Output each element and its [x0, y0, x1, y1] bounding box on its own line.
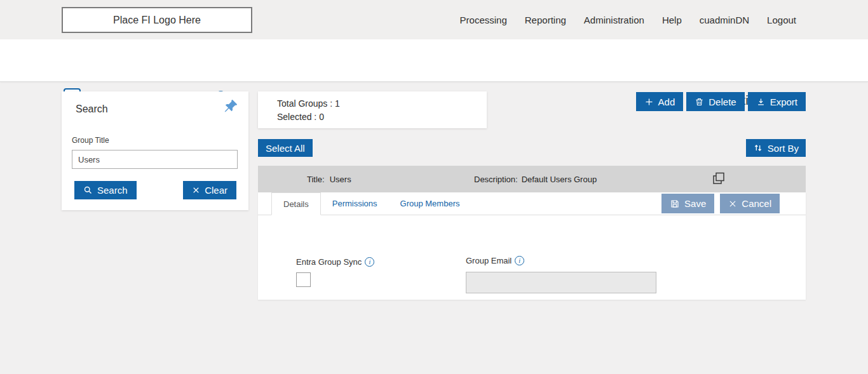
search-actions: Search Clear — [62, 181, 248, 199]
pushpin-icon[interactable] — [223, 99, 238, 114]
group-description-field-label: Description: — [474, 175, 518, 184]
export-button[interactable]: Export — [748, 92, 806, 111]
details-tab-content: Entra Group Sync i Group Email i — [258, 215, 806, 299]
group-list-row[interactable]: Title:Users Description:Default Users Gr… — [258, 166, 806, 192]
group-row-title: Title:Users — [307, 175, 351, 184]
nav-logout[interactable]: Logout — [767, 15, 796, 25]
group-title-field-label: Title: — [307, 175, 325, 184]
search-panel-title: Search — [76, 104, 108, 115]
copy-icon[interactable] — [710, 171, 727, 187]
fi-logo-placeholder: Place FI Logo Here — [62, 7, 252, 33]
delete-button-label: Delete — [709, 97, 736, 107]
search-button-label: Search — [97, 185, 128, 196]
tab-details[interactable]: Details — [271, 192, 321, 215]
plus-icon — [644, 97, 654, 107]
tab-permissions[interactable]: Permissions — [321, 192, 389, 215]
export-button-label: Export — [770, 97, 797, 107]
x-icon — [728, 199, 737, 208]
group-title-label: Group Title — [72, 136, 109, 145]
group-detail-panel: Details Permissions Group Members Save — [258, 192, 806, 300]
sort-by-button[interactable]: Sort By — [746, 139, 806, 157]
search-button[interactable]: Search — [74, 181, 137, 199]
select-all-button[interactable]: Select All — [258, 139, 313, 157]
select-all-label: Select All — [266, 143, 305, 154]
floppy-icon — [670, 199, 680, 209]
panel-actions: Save Cancel — [661, 194, 780, 213]
selected-count-text: Selected : 0 — [277, 110, 487, 124]
total-groups-text: Total Groups : 1 — [277, 97, 487, 110]
group-actions-toolbar: Add Delete Export — [636, 92, 806, 111]
tab-details-label: Details — [283, 199, 309, 209]
group-description-field-value: Default Users Group — [522, 175, 597, 184]
page-title-bar: Group Maintenance i Kinective Sign — [0, 39, 868, 82]
magnifier-icon — [83, 185, 93, 195]
add-button-label: Add — [658, 97, 675, 107]
entra-group-sync-label: Entra Group Sync i — [296, 257, 374, 267]
tab-group-members[interactable]: Group Members — [389, 192, 471, 215]
tab-group-members-label: Group Members — [400, 199, 460, 208]
group-row-description: Description:Default Users Group — [474, 175, 597, 184]
save-button[interactable]: Save — [661, 194, 714, 213]
clear-button-label: Clear — [205, 185, 227, 196]
nav-administration[interactable]: Administration — [584, 15, 644, 25]
nav-help[interactable]: Help — [662, 15, 682, 25]
delete-button[interactable]: Delete — [686, 92, 744, 111]
group-email-label-text: Group Email — [466, 256, 512, 265]
clear-button[interactable]: Clear — [183, 181, 236, 199]
group-title-input[interactable] — [72, 150, 238, 169]
top-header-bar: Place FI Logo Here Processing Reporting … — [0, 0, 868, 39]
cancel-button-label: Cancel — [742, 198, 771, 209]
entra-group-sync-label-text: Entra Group Sync — [296, 257, 362, 267]
cancel-button[interactable]: Cancel — [720, 194, 780, 213]
entra-group-sync-info-icon[interactable]: i — [365, 257, 374, 267]
tab-permissions-label: Permissions — [332, 199, 377, 208]
download-icon — [756, 97, 766, 107]
trash-icon — [695, 97, 704, 107]
nav-processing[interactable]: Processing — [460, 15, 507, 25]
group-email-label: Group Email i — [466, 256, 524, 265]
detail-tabbar: Details Permissions Group Members Save — [258, 192, 806, 215]
group-email-info-icon[interactable]: i — [515, 256, 524, 265]
x-icon — [192, 186, 200, 194]
group-title-field-value: Users — [330, 175, 351, 184]
nav-user-cuadmindn[interactable]: cuadminDN — [700, 15, 749, 25]
add-button[interactable]: Add — [636, 92, 684, 111]
group-email-input — [466, 272, 656, 293]
nav-reporting[interactable]: Reporting — [525, 15, 566, 25]
save-button-label: Save — [684, 198, 706, 209]
sort-by-label: Sort By — [768, 143, 799, 154]
fi-logo-placeholder-text: Place FI Logo Here — [113, 15, 201, 26]
top-nav: Processing Reporting Administration Help… — [460, 0, 796, 39]
sort-arrows-icon — [753, 143, 763, 153]
search-panel: Search Group Title Search Clear — [62, 91, 248, 210]
groups-summary: Total Groups : 1 Selected : 0 — [258, 91, 487, 128]
entra-group-sync-checkbox[interactable] — [296, 272, 311, 287]
